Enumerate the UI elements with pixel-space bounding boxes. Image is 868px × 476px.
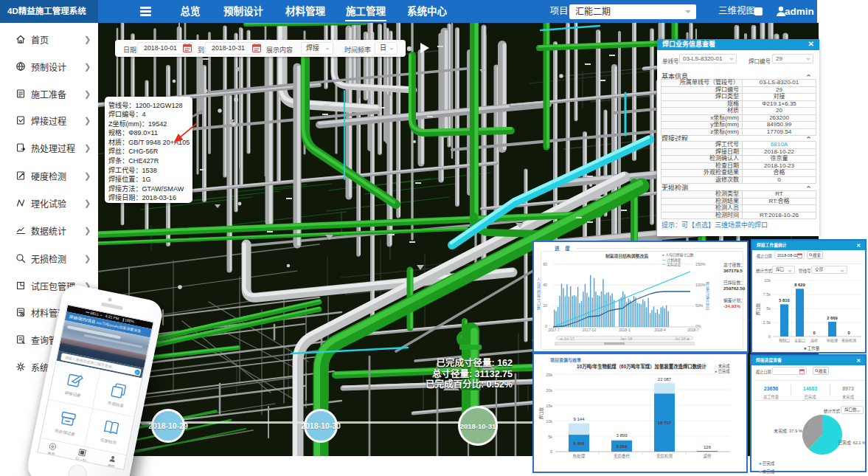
svg-text:126: 126 <box>704 445 712 449</box>
svg-text:7.5k: 7.5k <box>763 292 771 297</box>
svg-text:22 087: 22 087 <box>658 377 672 382</box>
svg-text:已完成: 62.1 %: 已完成: 62.1 % <box>839 440 866 446</box>
svg-text:无损委托: 无损委托 <box>614 453 631 459</box>
svg-text:3 899: 3 899 <box>616 433 628 438</box>
svg-text:2.5k: 2.5k <box>763 320 771 325</box>
svg-text:无损检测: 无损检测 <box>656 453 673 459</box>
svg-text:15k: 15k <box>546 404 552 408</box>
svg-text:焊口数: 焊口数 <box>755 303 761 315</box>
svg-text:3 569: 3 569 <box>616 444 628 449</box>
svg-text:安装口: 安装口 <box>794 338 805 342</box>
svg-text:0: 0 <box>813 331 815 335</box>
svg-text:未完成: 37.9 %: 未完成: 37.9 % <box>774 428 802 434</box>
svg-text:0: 0 <box>550 449 552 454</box>
svg-text:热处理: 热处理 <box>827 338 838 342</box>
svg-text:8 629: 8 629 <box>794 283 805 287</box>
svg-text:预制口: 预制口 <box>779 338 790 342</box>
svg-text:25k: 25k <box>546 373 552 377</box>
svg-text:10k: 10k <box>546 419 552 424</box>
svg-text:无损检测: 无损检测 <box>841 338 856 342</box>
svg-text:返修: 返修 <box>703 453 712 459</box>
svg-text:5k: 5k <box>766 306 771 311</box>
svg-text:焊口数: 焊口数 <box>538 407 544 419</box>
svg-text:18 727: 18 727 <box>658 421 672 425</box>
svg-text:热处理: 热处理 <box>573 453 586 459</box>
svg-text:返修: 返修 <box>810 338 818 342</box>
svg-text:10k: 10k <box>764 278 771 283</box>
svg-text:0: 0 <box>847 331 850 335</box>
svg-text:9 144: 9 144 <box>573 417 585 421</box>
svg-text:2 669: 2 669 <box>827 316 838 320</box>
svg-text:5 456: 5 456 <box>573 441 585 446</box>
svg-text:0: 0 <box>768 334 771 339</box>
svg-text:20k: 20k <box>546 388 552 393</box>
svg-text:5k: 5k <box>548 435 552 439</box>
svg-text:5 810: 5 810 <box>779 298 790 303</box>
